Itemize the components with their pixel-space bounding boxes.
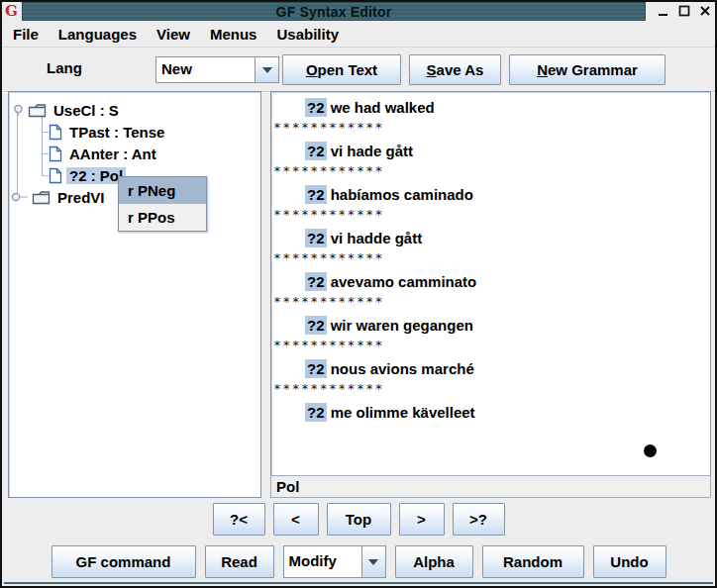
nav-button-prev-q[interactable]: ?<	[213, 503, 265, 536]
lang-select[interactable]: New	[155, 56, 279, 83]
chevron-down-icon[interactable]	[255, 57, 278, 82]
toolbar: Lang New Open TextSave AsNew Grammar	[2, 48, 715, 92]
new-grammar-button[interactable]: New Grammar	[509, 54, 666, 85]
gf-logo-icon: G	[2, 2, 21, 21]
cursor-dot	[644, 444, 657, 457]
chevron-down-icon[interactable]	[361, 546, 385, 577]
tree-row-aanter-ant[interactable]: AAnter : Ant	[49, 144, 159, 163]
status-strip: Pol	[270, 475, 711, 498]
lin-line: ?2 vi hade gått	[271, 140, 710, 163]
navigation-row: ?<<Top>>?	[2, 503, 715, 536]
nav-button-top[interactable]: Top	[327, 503, 391, 536]
popup-item-r-pneg[interactable]: r PNeg	[119, 177, 206, 204]
minimize-icon[interactable]	[657, 4, 670, 18]
window-controls	[657, 4, 712, 18]
lin-focus-token[interactable]: ?2	[305, 272, 327, 291]
lin-focus-token[interactable]: ?2	[305, 403, 327, 422]
window-frame-accent	[4, 582, 713, 584]
modify-select-value: Modify	[284, 546, 361, 577]
lin-separator: ************	[271, 207, 710, 227]
lang-select-value: New	[156, 57, 255, 82]
tree-row-2-pol[interactable]: ?2 : Pol	[49, 165, 126, 185]
tree-node-label[interactable]: PredVI	[54, 189, 108, 206]
menu-item-menus[interactable]: Menus	[209, 24, 258, 45]
action-row: GF commandReadModifyAlphaRandomUndo	[2, 545, 715, 578]
window-title: GF Syntax Editor	[276, 4, 392, 20]
tree-node-label[interactable]: AAnter : Ant	[66, 146, 159, 162]
tree-node-label[interactable]: UseCl : S	[51, 102, 122, 119]
popup-item-r-ppos[interactable]: r PPos	[119, 204, 206, 231]
lin-focus-token[interactable]: ?2	[305, 185, 327, 204]
lin-line: ?2 wir waren gegangen	[271, 314, 710, 338]
tree-row-usecl-s[interactable]: UseCl : S	[13, 100, 122, 120]
lin-separator: ************	[271, 338, 710, 357]
lin-focus-token[interactable]: ?2	[305, 142, 327, 160]
nav-button-prev[interactable]: <	[273, 503, 319, 536]
lin-focus-token[interactable]: ?2	[305, 316, 327, 335]
title-strip: GF Syntax Editor	[22, 2, 646, 21]
lin-line: ?2 avevamo camminato	[271, 270, 710, 294]
modify-select[interactable]: Modify	[283, 545, 386, 578]
tree-node-label[interactable]: TPast : Tense	[66, 124, 167, 141]
lin-line: ?2 we had walked	[271, 96, 710, 120]
tree-connector	[42, 116, 43, 176]
tree-row-tpast-tense[interactable]: TPast : Tense	[49, 122, 167, 142]
title-bar: G GF Syntax Editor	[2, 2, 715, 21]
folder-icon	[32, 190, 51, 205]
refinement-popup-menu: r PNegr PPos	[118, 176, 207, 232]
lin-line: ?2 habíamos caminado	[271, 183, 710, 207]
lin-separator: ************	[271, 250, 710, 270]
toolbar-buttons: Open TextSave AsNew Grammar	[282, 54, 666, 85]
menu-item-file[interactable]: File	[12, 24, 40, 45]
menu-item-usability[interactable]: Usability	[275, 24, 340, 45]
menu-item-languages[interactable]: Languages	[57, 24, 138, 45]
collapse-handle-icon[interactable]	[11, 192, 28, 202]
tree-row-predvi[interactable]: PredVI	[11, 187, 108, 207]
nav-button-next-q[interactable]: >?	[453, 503, 505, 536]
gf-command-button[interactable]: GF command	[51, 545, 196, 578]
random-button[interactable]: Random	[482, 545, 584, 578]
folder-icon	[28, 103, 47, 118]
maximize-icon[interactable]	[677, 4, 691, 18]
save-as-button[interactable]: Save As	[409, 54, 501, 85]
lin-separator: ************	[271, 120, 710, 140]
lin-line: ?2 me olimme kävelleet	[271, 401, 710, 425]
document-icon	[49, 146, 62, 162]
tree-connector	[42, 132, 49, 133]
expand-handle-icon[interactable]	[13, 104, 24, 116]
lang-label: Lang	[47, 59, 82, 76]
menu-item-view[interactable]: View	[155, 24, 191, 45]
tree-connector	[17, 111, 18, 193]
lin-line: ?2 vi hadde gått	[271, 227, 710, 250]
linearization-panel[interactable]: ?2 we had walked************?2 vi hade g…	[270, 91, 711, 476]
read-button[interactable]: Read	[205, 545, 274, 578]
lin-output: ?2 we had walked************?2 vi hade g…	[271, 96, 710, 425]
undo-button[interactable]: Undo	[593, 545, 666, 578]
document-icon	[49, 124, 62, 141]
lin-line: ?2 nous avions marché	[271, 357, 710, 381]
document-icon	[49, 167, 62, 184]
close-icon[interactable]	[698, 4, 712, 18]
lin-separator: ************	[271, 381, 710, 401]
tree-connector	[42, 153, 49, 154]
lin-focus-token[interactable]: ?2	[305, 229, 327, 247]
lin-focus-token[interactable]: ?2	[305, 98, 327, 117]
syntax-tree-panel[interactable]: UseCl : STPast : TenseAAnter : Ant?2 : P…	[8, 91, 261, 498]
lin-focus-token[interactable]: ?2	[305, 359, 327, 378]
menu-bar: FileLanguagesViewMenusUsability	[2, 21, 715, 48]
focused-category-label: Pol	[276, 478, 299, 495]
tree-connector	[42, 175, 49, 176]
lin-separator: ************	[271, 294, 710, 314]
alpha-button[interactable]: Alpha	[395, 545, 473, 578]
app-window: G GF Syntax Editor FileLanguagesViewMenu…	[0, 0, 717, 588]
nav-button-next[interactable]: >	[399, 503, 445, 536]
lin-separator: ************	[271, 163, 710, 183]
open-text-button[interactable]: Open Text	[282, 54, 401, 85]
